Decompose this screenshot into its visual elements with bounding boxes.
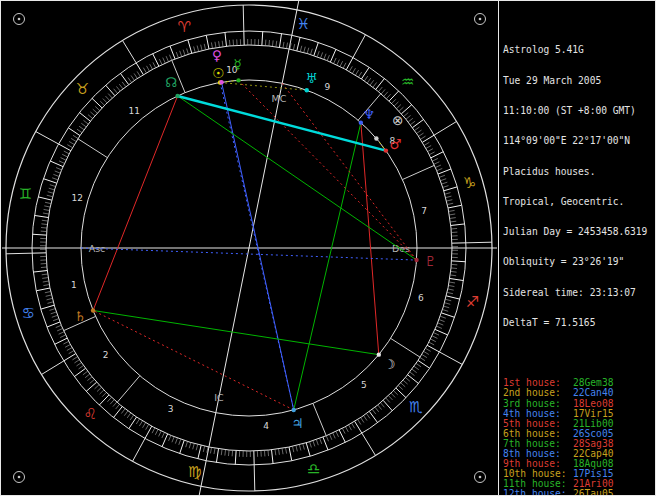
zodiac-system: Tropical, Geocentric. <box>503 197 655 207</box>
house-cusp-list: 1st house:28Gem382nd house:22Can403rd ho… <box>503 378 655 496</box>
aspect-line-moon-satu <box>93 310 379 354</box>
zodiac-capricorn-icon: ♑ <box>463 174 476 192</box>
chart-date: Tue 29 March 2005 <box>503 76 655 86</box>
planet-plut-dot <box>414 258 418 262</box>
zodiac-aries-icon: ♈ <box>177 18 190 36</box>
planet-node-dot <box>175 94 179 98</box>
planet-merc-dot <box>236 78 240 82</box>
planet-jupi-icon: ♃ <box>291 415 303 431</box>
zodiac-aquarius-icon: ♒ <box>401 73 414 91</box>
chart-info-panel: Astrolog 5.41G Tue 29 March 2005 11:10:0… <box>498 1 655 495</box>
house-number: 5 <box>361 380 367 390</box>
planet-venu-icon: ♀ <box>212 47 222 63</box>
zodiac-sagittarius-icon: ♐ <box>466 293 479 311</box>
obliquity: Obliquity = 23°26'19" <box>503 257 655 267</box>
house-number: 3 <box>168 404 174 414</box>
house-number: 7 <box>421 206 427 216</box>
planet-satu-dot <box>91 308 95 312</box>
house-number: 12 <box>71 193 82 203</box>
planet-nept-icon: ♆ <box>363 106 375 122</box>
zodiac-taurus-icon: ♉ <box>76 80 89 98</box>
zodiac-gemini-icon: ♊ <box>19 185 32 203</box>
planet-uran-icon: ♅ <box>305 70 317 86</box>
house-cusp-row: 12th house:26Tau05 <box>503 489 655 496</box>
house-number: 9 <box>324 82 330 92</box>
axis-label-ic: IC <box>214 392 224 403</box>
zodiac-virgo-icon: ♍ <box>188 463 201 481</box>
house-number: 1 <box>71 280 77 290</box>
planet-satu-icon: ♄ <box>74 308 86 324</box>
zodiac-leo-icon: ♌ <box>84 405 97 423</box>
planet-merc-icon: ☿ <box>233 56 241 72</box>
axes: AscDesMCIC <box>2 1 497 495</box>
planet-mars-dot <box>384 148 388 152</box>
chart-time: 11:10:00 (ST +8:00 GMT) <box>503 106 655 116</box>
aspect-line-sun-jupi <box>220 83 294 410</box>
planet-sun-icon: ☉ <box>212 65 224 81</box>
app-title: Astrolog 5.41G <box>503 45 655 55</box>
house-cusp-value: 26Tau05 <box>573 488 613 496</box>
house-number: 2 <box>103 350 109 360</box>
aspect-line-midh-plut <box>282 83 416 260</box>
chart-location: 114°09'00"E 22°17'00"N <box>503 136 655 146</box>
house-number: 4 <box>263 421 269 431</box>
house-system: Placidus houses. <box>503 167 655 177</box>
aspect-line-nept-jupi <box>294 123 361 410</box>
aspect-line-merc-plut <box>239 80 417 260</box>
planet-fort-dot <box>374 136 378 140</box>
planet-jupi-dot <box>292 408 296 412</box>
planet-plut-icon: ♇ <box>424 253 436 269</box>
delta-t: DeltaT = 71.5165 <box>503 318 655 328</box>
planet-moon-dot <box>377 352 381 356</box>
julian-day: Julian Day = 2453458.6319 <box>503 227 655 237</box>
planet-node-icon: ☊ <box>165 74 177 90</box>
house-label: 12th house: <box>503 489 573 496</box>
zodiac-pisces-icon: ♓ <box>296 15 309 33</box>
astrolog-window: ♈♉♊♋♌♍♎♏♐♑♒♓123456789101112AscDesMCIC☉☽☿… <box>0 0 656 496</box>
planet-uran-dot <box>305 88 309 92</box>
house-number: 11 <box>128 106 139 116</box>
zodiac-libra-icon: ♎ <box>307 460 320 478</box>
axis-label-mc: MC <box>272 93 287 104</box>
zodiac-cancer-icon: ♋ <box>22 304 35 322</box>
planet-fort-icon: ⊗ <box>392 112 403 128</box>
aspect-line-node-plut <box>178 96 417 260</box>
natal-chart-wheel: ♈♉♊♋♌♍♎♏♐♑♒♓123456789101112AscDesMCIC☉☽☿… <box>1 1 498 495</box>
planet-venu-dot <box>219 80 223 84</box>
aspect-lines <box>81 80 417 410</box>
chart-header: Astrolog 5.41G Tue 29 March 2005 11:10:0… <box>503 25 655 348</box>
zodiac-scorpio-icon: ♏ <box>409 398 423 416</box>
house-number: 6 <box>418 293 424 303</box>
sidereal-time: Sidereal time: 23:13:07 <box>503 288 655 298</box>
planet-moon-icon: ☽ <box>384 356 396 372</box>
planet-mars-icon: ♂ <box>390 136 402 152</box>
aspect-line-moon-nept <box>361 123 379 355</box>
aspect-line-node-satu <box>93 96 178 311</box>
